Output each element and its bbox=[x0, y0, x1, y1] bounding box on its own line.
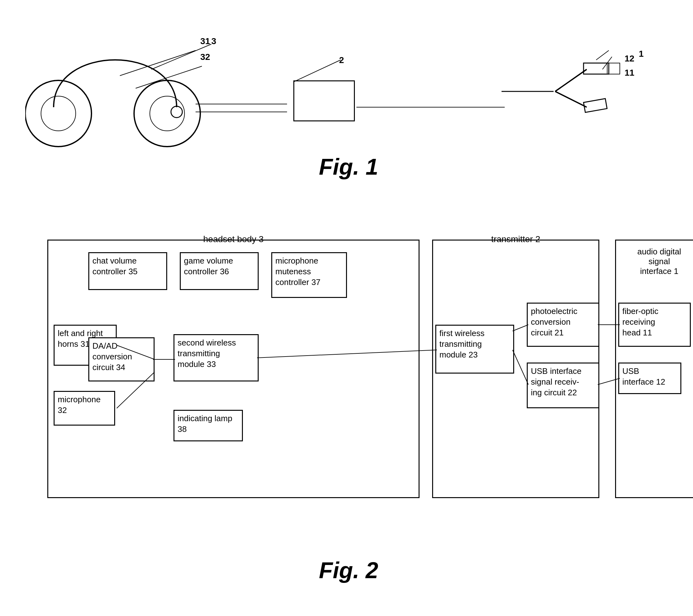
svg-point-3 bbox=[150, 96, 184, 131]
page: 31 32 3 2 bbox=[0, 0, 693, 616]
svg-point-0 bbox=[25, 80, 92, 147]
ref-31-label: 31 bbox=[200, 36, 210, 46]
second-wireless-block: second wirelesstransmittingmodule 33 bbox=[174, 334, 259, 382]
svg-rect-13 bbox=[583, 63, 609, 74]
svg-line-17 bbox=[596, 50, 609, 60]
daad-conversion-block: DA/ADconversioncircuit 34 bbox=[88, 337, 155, 382]
audio-device-diagram bbox=[498, 44, 625, 139]
indicating-lamp-block: indicating lamp38 bbox=[174, 410, 243, 442]
fig1-area: 31 32 3 2 bbox=[25, 19, 672, 183]
ref-1-label: 1 bbox=[639, 49, 644, 59]
photoelectric-block: photoelectricconversioncircuit 21 bbox=[527, 303, 599, 347]
connection-lines bbox=[193, 95, 303, 126]
svg-line-11 bbox=[555, 69, 587, 91]
ref-3-label: 3 bbox=[211, 36, 216, 46]
svg-line-6 bbox=[136, 66, 202, 88]
ref-2-label: 2 bbox=[339, 55, 344, 65]
chat-volume-block: chat volumecontroller 35 bbox=[88, 252, 167, 290]
svg-line-8 bbox=[293, 60, 341, 82]
svg-rect-14 bbox=[583, 99, 607, 112]
audio-digital-label: audio digitalsignalinterface 1 bbox=[621, 247, 693, 276]
transmitter-label: transmitter 2 bbox=[491, 234, 540, 244]
microphone-muteness-block: microphonemutenesscontroller 37 bbox=[271, 252, 347, 298]
fig2-label: Fig. 2 bbox=[319, 557, 378, 583]
usb-interface-signal-block: USB interfacesignal receiv-ing circuit 2… bbox=[527, 363, 599, 408]
svg-point-2 bbox=[41, 96, 76, 131]
microphone-block: microphone32 bbox=[54, 391, 115, 426]
ref-32-label: 32 bbox=[200, 52, 210, 62]
game-volume-block: game volumecontroller 36 bbox=[180, 252, 259, 290]
transmitter-audio-line bbox=[356, 101, 514, 117]
first-wireless-block: first wirelesstransmittingmodule 23 bbox=[435, 325, 514, 374]
fig2-area: headset body 3 transmitter 2 audio digit… bbox=[25, 214, 672, 587]
svg-point-4 bbox=[171, 106, 182, 118]
usb-interface-block: USBinterface 12 bbox=[618, 363, 681, 394]
svg-line-12 bbox=[555, 91, 587, 107]
ref-12-label: 12 bbox=[625, 54, 634, 64]
transmitter-line bbox=[278, 57, 372, 88]
fig1-label: Fig. 1 bbox=[319, 154, 378, 180]
headset-body-label: headset body 3 bbox=[203, 234, 264, 244]
svg-point-1 bbox=[134, 80, 200, 147]
ref-11-label: 11 bbox=[625, 68, 634, 78]
fiber-optic-block: fiber-opticreceivinghead 11 bbox=[618, 303, 691, 347]
